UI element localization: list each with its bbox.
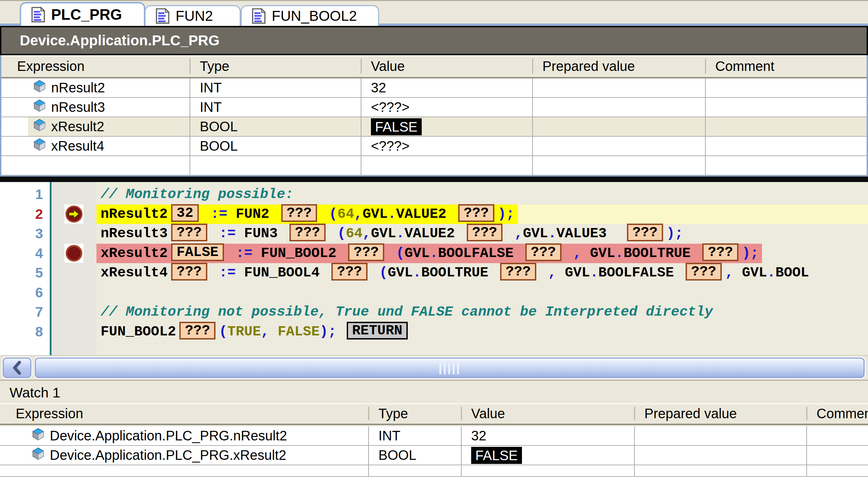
value-cell[interactable]: 32 [461, 426, 634, 445]
line-number: 6 [0, 283, 50, 303]
comment-cell[interactable] [705, 137, 867, 155]
expression-cell[interactable]: xResult4 [27, 137, 190, 155]
row-selector-cell[interactable] [1, 117, 27, 136]
row-selector-cell[interactable] [1, 156, 27, 175]
expression-text: xResult2 [51, 119, 104, 134]
table-row[interactable]: Device.Application.PLC_PRG.nResult2INT32 [0, 426, 868, 446]
value-cell[interactable]: 32 [361, 78, 532, 97]
comment-cell[interactable] [806, 446, 868, 465]
panel-splitter[interactable] [0, 177, 868, 182]
prepared-value-cell[interactable] [634, 426, 806, 445]
column-header-type[interactable]: Type [190, 55, 361, 77]
type-cell[interactable] [190, 156, 361, 175]
code-token-op: . [548, 226, 556, 241]
prepared-value-cell[interactable] [532, 98, 705, 117]
monitoring-value-box: ??? [331, 263, 368, 281]
code-line[interactable]: nResult232 := FUN2 ??? (64,GVL.VALUE2 ??… [96, 205, 868, 224]
row-selector-cell[interactable] [0, 446, 26, 465]
expression-cell[interactable]: nResult3 [27, 98, 190, 117]
expression-cell[interactable]: xResult2 [27, 117, 190, 136]
code-token-op: . [615, 245, 624, 261]
breakpoint-icon[interactable] [64, 244, 84, 263]
row-selector-cell[interactable] [1, 137, 27, 155]
type-cell[interactable]: BOOL [368, 446, 461, 465]
code-line[interactable]: nResult3??? := FUN3 ??? (64,GVL.VALUE2 ?… [96, 224, 868, 244]
line-number: 8 [0, 322, 50, 342]
type-text: BOOL [200, 138, 238, 154]
scrollbar-thumb[interactable] [35, 358, 865, 378]
table-row[interactable] [1, 156, 867, 176]
value-cell[interactable]: FALSE [361, 117, 532, 136]
prepared-value-cell[interactable] [532, 156, 705, 175]
code-text-area[interactable]: // Monitoring possible:nResult232 := FUN… [96, 182, 868, 355]
row-selector-cell[interactable] [0, 426, 26, 445]
code-token-op: ); [742, 245, 759, 261]
column-header-value[interactable]: Value [361, 55, 532, 77]
type-cell[interactable]: INT [190, 98, 361, 117]
column-header-prepared-value[interactable]: Prepared value [532, 55, 705, 77]
prepared-value-cell[interactable] [532, 117, 705, 136]
table-row[interactable]: xResult4BOOL<???> [1, 137, 867, 156]
value-cell[interactable] [361, 156, 532, 175]
prepared-value-cell[interactable] [634, 446, 806, 465]
row-selector-cell [0, 465, 26, 476]
breakpoint-gutter[interactable] [51, 182, 96, 355]
row-selector-cell[interactable] [1, 78, 27, 97]
code-token-op: ); [667, 226, 683, 241]
column-header-type[interactable]: Type [368, 403, 461, 424]
tab-fun2[interactable]: FUN2 [145, 5, 241, 26]
column-header-value[interactable]: Value [461, 403, 634, 424]
table-row[interactable]: nResult3INT<???> [1, 98, 867, 117]
expression-cell[interactable]: Device.Application.PLC_PRG.xResult2 [26, 446, 368, 465]
column-header-expression[interactable]: Expression [1, 55, 190, 77]
code-line[interactable]: FUN_BOOL2???(TRUE, FALSE);RETURN [96, 322, 868, 342]
expression-cell[interactable] [27, 156, 190, 175]
code-line[interactable]: // Monitoring possible: [96, 185, 868, 205]
code-token-id: GVL [388, 265, 413, 281]
column-header-prepared-value[interactable]: Prepared value [634, 403, 806, 424]
value-cell[interactable]: <???> [361, 98, 532, 117]
tab-plc-prg[interactable]: PLC_PRG [20, 2, 145, 26]
code-line[interactable]: // Monitoring not possible, True und FAL… [96, 302, 868, 322]
prepared-value-cell[interactable] [532, 78, 705, 97]
table-row[interactable]: Device.Application.PLC_PRG.xResult2BOOLF… [0, 446, 868, 465]
monitoring-value-box: FALSE [171, 243, 224, 261]
table-row[interactable]: xResult2BOOLFALSE [1, 117, 867, 137]
value-cell[interactable]: <???> [361, 137, 532, 155]
value-cell[interactable]: FALSE [461, 446, 634, 465]
code-token-id: GVL [404, 245, 430, 261]
code-token-op: , [725, 265, 742, 281]
table-row[interactable]: nResult2INT32 [1, 78, 867, 98]
type-cell [368, 465, 461, 476]
expression-cell[interactable]: Device.Application.PLC_PRG.nResult2 [26, 426, 368, 445]
comment-cell[interactable] [705, 117, 867, 136]
comment-cell[interactable] [705, 98, 867, 117]
code-token-id: GVL [523, 226, 548, 241]
code-line[interactable]: xResult2FALSE := FUN_BOOL2 ??? (GVL.BOOL… [96, 244, 868, 263]
monitoring-value-box: ??? [686, 263, 722, 281]
column-header-comment[interactable]: Comment [806, 403, 868, 424]
column-header-expression[interactable]: Expression [0, 403, 368, 424]
comment-cell[interactable] [705, 156, 867, 175]
tab-fun-bool2[interactable]: FUN_BOOL2 [241, 5, 379, 26]
code-line[interactable] [96, 283, 868, 303]
row-selector-cell[interactable] [1, 98, 27, 117]
watch-panel: Watch 1 Expression Type Value Prepared v… [0, 380, 868, 483]
code-line[interactable]: xResult4??? := FUN_BOOL4 ??? (GVL.BOOLTR… [96, 263, 868, 283]
type-cell[interactable]: BOOL [190, 137, 361, 155]
type-cell[interactable]: INT [368, 426, 461, 445]
monitoring-value-box: ??? [281, 204, 317, 222]
type-cell[interactable]: INT [190, 78, 361, 97]
comment-cell[interactable] [705, 78, 867, 97]
breakpoint-current-position-icon[interactable] [64, 205, 84, 224]
type-text: INT [200, 80, 222, 95]
type-cell[interactable]: BOOL [190, 117, 361, 136]
column-header-comment[interactable]: Comment [705, 55, 867, 77]
code-editor[interactable]: 12345678 // Monitoring possible:nResult2… [0, 182, 868, 355]
comment-cell[interactable] [806, 426, 868, 445]
line-number: 2 [0, 205, 50, 224]
scroll-left-button[interactable] [3, 358, 31, 378]
prepared-value-cell[interactable] [532, 137, 705, 155]
expression-cell[interactable]: nResult2 [27, 78, 190, 97]
monitoring-value-box: ??? [458, 204, 494, 222]
